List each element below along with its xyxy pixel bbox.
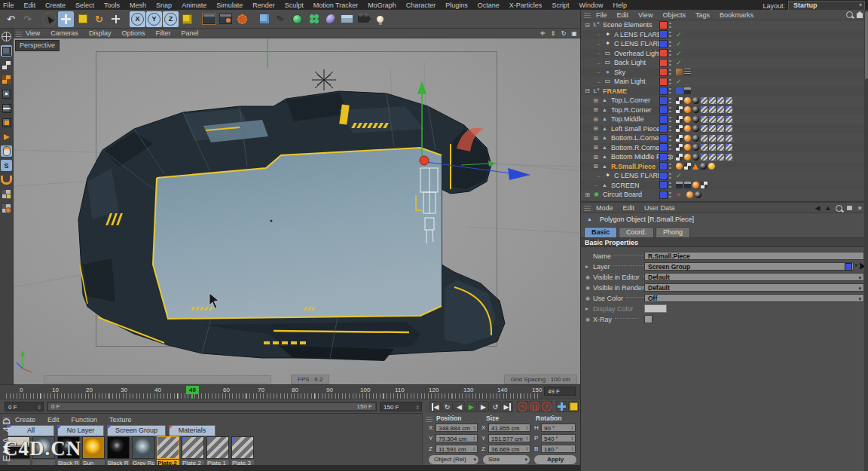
tree-row-main-light[interactable]: Main Light	[581, 77, 868, 87]
expander-icon[interactable]	[592, 135, 599, 142]
model-mode-button[interactable]	[1, 45, 12, 57]
start-frame-field[interactable]: 0 F	[5, 402, 44, 411]
uvw-tag-icon[interactable]	[684, 163, 691, 170]
menu-snap[interactable]: Snap	[156, 2, 172, 9]
visibility-dots[interactable]	[669, 163, 671, 170]
phong-tag-icon[interactable]	[684, 144, 691, 151]
make-editable-button[interactable]	[1, 31, 12, 42]
expander-icon[interactable]	[592, 106, 599, 113]
menu-sculpt[interactable]: Sculpt	[285, 2, 304, 9]
timeline-ruler[interactable]: 0 10 20 30 40 49 60 70 80 90 100 110 120…	[0, 384, 580, 399]
search-icon[interactable]	[846, 11, 853, 18]
autokey-button[interactable]: ( )	[529, 401, 540, 412]
cycle-icon[interactable]	[585, 274, 593, 280]
disabled-x-icon[interactable]	[676, 191, 681, 198]
menu-create[interactable]: Create	[45, 2, 66, 9]
tab-no-layer[interactable]: No Layer	[57, 425, 104, 436]
panel-grip-icon[interactable]	[426, 415, 432, 422]
tree-row-back-light[interactable]: Back Light	[581, 58, 868, 68]
last-tool-button[interactable]	[108, 11, 124, 27]
current-frame-field[interactable]: 49 F	[544, 387, 576, 396]
phong-tag-icon[interactable]	[684, 135, 691, 142]
gizmo-x-arrowhead[interactable]	[488, 161, 496, 167]
phong-tag-icon[interactable]	[684, 106, 691, 113]
object-label[interactable]: Sky	[614, 69, 625, 76]
selection-tag-icon[interactable]	[717, 125, 724, 132]
menu-mesh[interactable]: Mesh	[130, 2, 146, 9]
mat-menu-create[interactable]: Create	[15, 416, 35, 424]
menu-render[interactable]: Render	[252, 2, 275, 9]
expander-icon[interactable]	[592, 154, 599, 161]
visibility-dots[interactable]	[669, 135, 671, 142]
expander-icon[interactable]	[592, 97, 599, 104]
object-label[interactable]: C LENS FLARE	[614, 40, 662, 47]
object-label[interactable]: Circuit Board	[603, 191, 642, 198]
layer-color-chip[interactable]	[659, 115, 668, 124]
use-color-dropdown[interactable]: Off	[644, 294, 864, 302]
layer-color-chip[interactable]	[659, 124, 668, 133]
om-menu-tags[interactable]: Tags	[695, 11, 710, 19]
expand-arrow-icon[interactable]	[585, 305, 593, 312]
selection-tag-icon[interactable]	[709, 97, 716, 104]
om-menu-file[interactable]: File	[596, 11, 607, 19]
expander-icon[interactable]	[592, 144, 599, 151]
layer-color-chip[interactable]	[659, 59, 668, 67]
material-tag-icon[interactable]	[692, 154, 699, 161]
lock-z-axis-button[interactable]: Z	[163, 11, 179, 27]
object-label-selected[interactable]: FRAME	[603, 87, 627, 95]
menu-plugins[interactable]: Plugins	[445, 2, 468, 9]
expander-icon[interactable]	[592, 163, 599, 170]
material-thumb[interactable]	[182, 436, 204, 459]
layer-color-chip[interactable]	[659, 78, 668, 86]
layer-color-chip[interactable]	[659, 153, 668, 161]
panel-grip-icon[interactable]	[584, 204, 591, 211]
selection-tag-icon[interactable]	[709, 144, 716, 151]
tree-row-r-small-piece[interactable]: R.Small.Piece	[581, 162, 868, 172]
expand-arrow-icon[interactable]	[585, 263, 593, 270]
visibility-dots[interactable]	[669, 50, 671, 57]
tab-materials[interactable]: Materials	[169, 425, 215, 436]
vp-menu-cameras[interactable]: Cameras	[50, 29, 78, 37]
tab-all[interactable]: All	[8, 425, 54, 436]
next-frame-button[interactable]: ▶	[478, 401, 489, 412]
object-label[interactable]: Main Light	[614, 78, 646, 85]
material-tag-icon[interactable]	[692, 106, 699, 113]
camera-button[interactable]	[356, 11, 371, 27]
live-selection-tool[interactable]	[41, 11, 57, 27]
object-label[interactable]: Left Small Piece	[611, 125, 660, 133]
layer-color-chip[interactable]	[659, 21, 668, 29]
object-label[interactable]: SCREEN	[611, 182, 640, 189]
enable-snap-button[interactable]: S	[1, 160, 12, 171]
enabled-check-icon[interactable]	[676, 59, 682, 66]
object-label-selected[interactable]: R.Small.Piece	[611, 163, 656, 170]
menu-tools[interactable]: Tools	[104, 2, 120, 9]
visibility-dots[interactable]	[669, 22, 671, 29]
visibility-dots[interactable]	[669, 191, 671, 198]
visible-renderer-dropdown[interactable]: Default	[644, 283, 864, 292]
search-icon[interactable]	[836, 205, 842, 212]
om-menu-objects[interactable]: Objects	[662, 11, 686, 19]
selection-tag-icon[interactable]	[726, 97, 732, 104]
material-tag-icon[interactable]	[692, 116, 699, 123]
vp-menu-panel[interactable]: Panel	[181, 29, 198, 37]
object-label[interactable]: Back Light	[614, 59, 646, 66]
material-tag-icon[interactable]	[695, 191, 701, 198]
light-button[interactable]	[372, 11, 388, 27]
visibility-dots[interactable]	[669, 106, 671, 113]
selection-tag-icon[interactable]	[717, 106, 724, 113]
phong-tag-icon[interactable]	[692, 182, 699, 188]
edges-mode-button[interactable]	[1, 102, 12, 114]
visibility-dots[interactable]	[669, 154, 671, 161]
mat-menu-function[interactable]: Function	[72, 416, 98, 424]
visible-editor-dropdown[interactable]: Default	[644, 273, 864, 281]
tree-row-frame[interactable]: FRAME	[581, 87, 868, 96]
material-thumb[interactable]	[206, 436, 229, 459]
phong-tag-icon[interactable]	[684, 125, 691, 132]
tree-row-bottom-r-corner[interactable]: Bottom.R.Corner	[581, 143, 868, 153]
selection-tag-icon[interactable]	[726, 116, 732, 123]
previous-frame-button[interactable]: ◀	[454, 401, 465, 412]
mat-menu-texture[interactable]: Texture	[109, 416, 132, 424]
texture-mode-button[interactable]	[1, 60, 12, 71]
tab-phong[interactable]: Phong	[656, 227, 690, 238]
selection-tag-icon[interactable]	[701, 97, 708, 104]
